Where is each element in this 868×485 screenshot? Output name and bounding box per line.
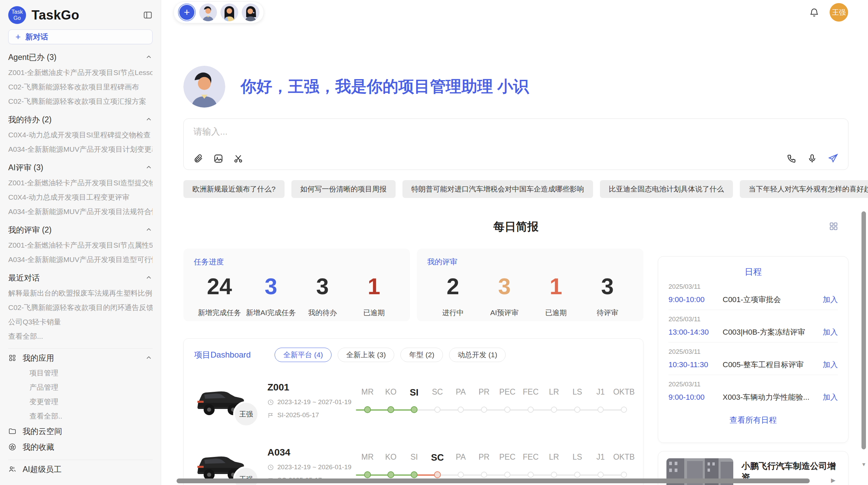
join-link[interactable]: 加入	[823, 392, 838, 402]
recent-chats-view-all[interactable]: 查看全部...	[8, 329, 153, 344]
stat: 3 待评审	[582, 271, 633, 318]
stat-value: 3	[479, 271, 530, 302]
milestone-dot	[621, 407, 627, 413]
send-icon[interactable]	[828, 153, 839, 164]
stat: 3 我的待办	[297, 271, 348, 318]
sidebar-item[interactable]: C0X4-动力总成开发项目SI里程碑提交物检查	[8, 128, 153, 142]
input-toolbar-right	[786, 153, 839, 164]
suggestion-chip[interactable]: 比亚迪全固态电池计划具体说了什么	[600, 180, 733, 198]
horizontal-scrollbar[interactable]	[177, 478, 810, 483]
recent-chat-item[interactable]: 公司Q3轻卡销量	[8, 315, 153, 329]
user-avatar[interactable]: 王强	[830, 3, 848, 22]
milestone-label: KO	[379, 452, 402, 463]
sidebar: Task Go TaskGo + 新对话 Agent已办 (3) Z001-全新…	[0, 0, 161, 485]
attachment-icon[interactable]	[193, 153, 204, 164]
vertical-scrollbar[interactable]	[861, 211, 866, 449]
divider	[8, 348, 153, 349]
schedule-line: 9:00-10:00 C001-立项审批会 加入	[668, 295, 838, 305]
phone-icon[interactable]	[786, 153, 797, 164]
schedule-item: 2025/03/11 10:30-11:30 C005-整车工程目标评审 加入	[668, 343, 838, 375]
image-icon[interactable]	[213, 153, 224, 164]
schedule-name: X003-车辆动力学性能验...	[723, 392, 823, 402]
join-link[interactable]: 加入	[823, 360, 838, 370]
chevron-up-icon[interactable]	[145, 164, 153, 171]
layout-grid-icon[interactable]	[829, 221, 838, 231]
sidebar-item[interactable]: Z001-全新燃油轻卡产品开发项目SI造型提交物评审	[8, 176, 153, 190]
sidebar-item[interactable]: C02-飞腾新能源轻客改款项目立项汇报方案	[8, 94, 153, 109]
sidebar-item[interactable]: A034-全新新能源MUV产品开发项目造型可行性评审	[8, 252, 153, 267]
microphone-icon[interactable]	[807, 153, 817, 164]
agent-avatar-1[interactable]	[199, 3, 217, 21]
scissors-icon[interactable]	[233, 153, 243, 164]
app-item-project-mgmt[interactable]: 项目管理	[8, 366, 153, 380]
apps-view-all[interactable]: 查看全部..	[8, 409, 153, 423]
notification-bell-icon[interactable]	[809, 7, 819, 17]
suggestion-chip[interactable]: 当下年轻人对汽车外观有怎样的喜好趋势	[740, 180, 868, 198]
app-item-change-mgmt[interactable]: 变更管理	[8, 395, 153, 409]
clock-icon	[267, 399, 274, 406]
schedule-name: C001-立项审批会	[723, 295, 823, 305]
suggestion-chip[interactable]: 如何写一份清晰的项目周报	[291, 180, 396, 198]
add-agent-button[interactable]: +	[178, 3, 196, 21]
project-row[interactable]: 王强 A034 2023-12-19 ~ 2026-01-19	[194, 439, 633, 485]
agent-avatar-3[interactable]	[242, 3, 260, 21]
agents-pill: +	[173, 1, 264, 23]
sidebar-lists: Agent已办 (3) Z001-全新燃油皮卡产品开发项目SI节点Lesson …	[8, 46, 153, 480]
tab-new-body[interactable]: 全新上装 (3)	[338, 348, 395, 362]
schedule-date: 2025/03/11	[668, 283, 838, 290]
sidebar-item-cloud-space[interactable]: 我的云空间	[8, 423, 153, 439]
app-logo: Task Go	[8, 6, 26, 24]
milestone-track: MR KO SI SC PA PR PEC FEC LR LS	[356, 452, 636, 479]
main-area: + 王强	[161, 0, 868, 485]
agent-avatar-2[interactable]	[220, 3, 238, 21]
sidebar-item-ai-super-staff[interactable]: AI超级员工	[8, 461, 153, 477]
milestone-dot	[481, 472, 487, 478]
section-recent-chats[interactable]: 最近对话	[8, 270, 153, 286]
recent-chat-item[interactable]: C02-飞腾新能源轻客改款项目的闭环通告反馈情况	[8, 300, 153, 315]
chevron-up-icon[interactable]	[145, 53, 153, 61]
sidebar-item[interactable]: Z001-全新燃油皮卡产品开发项目SI节点Lesson Learn报告	[8, 65, 153, 80]
sidebar-item-my-apps[interactable]: 我的应用	[8, 350, 153, 366]
project-row[interactable]: 王强 Z001 2023-12-19 ~ 2027-01-19	[194, 374, 633, 427]
section-my-todo[interactable]: 我的待办 (2)	[8, 111, 153, 128]
scroll-right-arrow[interactable]: ▶	[831, 477, 835, 484]
sidebar-item-help-me-write[interactable]: 帮我写作	[8, 477, 153, 480]
join-link[interactable]: 加入	[823, 295, 838, 305]
chevron-up-icon[interactable]	[145, 116, 153, 123]
chat-input[interactable]	[193, 126, 645, 143]
app-item-product-mgmt[interactable]: 产品管理	[8, 380, 153, 395]
stat-value: 3	[297, 271, 348, 302]
milestone-label: OKTB	[612, 387, 636, 398]
stats-row: 任务进度 24 新增完成任务 3 新增AI完成任务	[183, 249, 643, 321]
sidebar-item[interactable]: Z001-全新燃油轻卡产品开发项目SI节点属性5D文件评审	[8, 238, 153, 252]
join-link[interactable]: 加入	[823, 327, 838, 337]
section-agent-done[interactable]: Agent已办 (3)	[8, 49, 153, 65]
project-code: Z001	[267, 382, 354, 393]
chevron-up-icon[interactable]	[145, 274, 153, 282]
sidebar-item[interactable]: A034-全新新能源MUV产品开发项目法规符合性评审	[8, 204, 153, 219]
chevron-up-icon[interactable]	[145, 354, 153, 362]
tab-model-year[interactable]: 年型 (2)	[400, 348, 443, 362]
sidebar-collapse-icon[interactable]	[143, 10, 153, 20]
milestone-dot-overdue	[434, 471, 441, 478]
schedule-line: 10:30-11:30 C005-整车工程目标评审 加入	[668, 360, 838, 370]
sidebar-item[interactable]: C02-飞腾新能源轻客改款项目里程碑画布	[8, 80, 153, 94]
new-chat-button[interactable]: + 新对话	[8, 29, 153, 44]
section-my-review[interactable]: 我的评审 (2)	[8, 222, 153, 238]
sidebar-item-favorites[interactable]: 我的收藏	[8, 439, 153, 455]
section-ai-review[interactable]: AI评审 (3)	[8, 159, 153, 176]
tab-new-platform[interactable]: 全新平台 (4)	[275, 348, 331, 362]
stat-label: 已逾期	[348, 308, 400, 318]
milestone-label-current: SC	[426, 452, 449, 463]
tab-powertrain[interactable]: 动总开发 (1)	[449, 348, 506, 362]
view-all-schedules-link[interactable]: 查看所有日程	[668, 415, 838, 425]
sidebar-item[interactable]: C0X4-动力总成开发项目工程变更评审	[8, 190, 153, 204]
chevron-up-icon[interactable]	[145, 226, 153, 234]
suggestion-chip[interactable]: 特朗普可能对进口汽车增税会对中国车企造成哪些影响	[402, 180, 593, 198]
recent-chat-item[interactable]: 解释最新出台的欧盟报废车法规再生塑料比例被调至15%...	[8, 286, 153, 300]
sidebar-item[interactable]: A034-全新新能源MUV产品开发项目计划变更表编写	[8, 142, 153, 157]
suggestion-chip[interactable]: 欧洲新规最近颁布了什么?	[183, 180, 285, 198]
milestone-dot	[434, 407, 441, 413]
milestone-label: LR	[542, 452, 566, 463]
scroll-down-arrow[interactable]: ▼	[861, 461, 866, 467]
